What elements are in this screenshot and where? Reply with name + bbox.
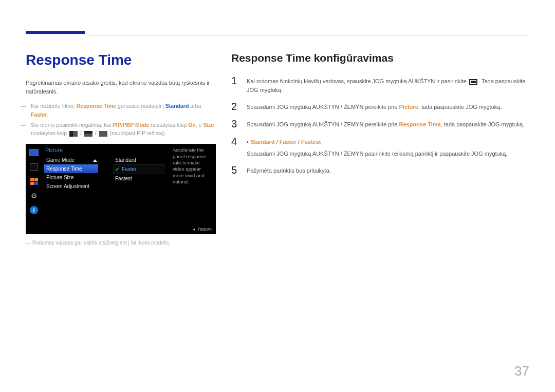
config-title: Response Time konfigūravimas: [231, 52, 529, 64]
step-2: 2 Spausdami JOG mygtuką AUKŠTYN / ŽEMYN …: [231, 101, 529, 111]
note2-o: , o: [196, 122, 203, 128]
info-icon: i: [29, 206, 39, 215]
note1-end: .: [47, 111, 49, 118]
osd-item-game-mode: Game Mode: [44, 156, 98, 164]
pip-icon: [29, 177, 39, 186]
header-accent-bar: [26, 31, 85, 34]
osd-menu-title: Picture: [44, 147, 98, 153]
step-1-text: Kai rodomas funkcinių klavišų vadovas, s…: [247, 76, 529, 94]
step-3-number: 3: [231, 119, 239, 129]
note1-arba: arba: [189, 103, 201, 109]
opt-slash2: /: [297, 139, 301, 145]
osd-option-faster: ✔Faster: [113, 164, 164, 174]
step-4-text: • Standard / Faster / Fastest Spausdami …: [247, 136, 507, 158]
osd-option-faster-label: Faster: [122, 166, 136, 172]
note-2: ―Šio meniu pasirinkti negalima, kai PIP/…: [26, 121, 216, 138]
footnote: ― Rodomas vaizdas gali skirtis atsižvelg…: [26, 239, 216, 247]
note-1: ―Kai nežiūrite filmo, Response Time geri…: [26, 102, 216, 119]
step-5-text: Pažymėta parinktis bus pritaikyta.: [247, 165, 331, 175]
osd-return: ◂ Return: [193, 227, 212, 232]
menu-icon: [469, 79, 477, 85]
footnote-text: Rodomas vaizdas gali skirtis atsižvelgia…: [32, 240, 170, 246]
step3-response-time: Response Time: [399, 121, 441, 127]
osd-item-screen-adjustment: Screen Adjustment: [44, 182, 98, 191]
pip-layout-icon-2: [84, 131, 92, 137]
note1-pre: Kai nežiūrite filmo,: [31, 103, 77, 109]
osd-option-standard: Standard: [113, 156, 164, 164]
check-icon: ✔: [115, 166, 119, 172]
page-number: 37: [514, 363, 529, 379]
note2-pip: PIP/PBP Mode: [113, 122, 150, 128]
pip-layout-icon-3: [99, 131, 107, 137]
step-list: 1 Kai rodomas funkcinių klavišų vadovas,…: [231, 76, 529, 175]
opt-faster: Faster: [280, 139, 297, 145]
step2-pre: Spausdami JOG mygtuką AUKŠTYN / ŽEMYN pe…: [247, 104, 399, 110]
osd-sidebar: ⚙ i: [26, 144, 42, 234]
step-3: 3 Spausdami JOG mygtuką AUKŠTYN / ŽEMYN …: [231, 119, 529, 129]
page-title: Response Time: [26, 52, 216, 68]
opt-fastest: Fastest: [301, 139, 321, 145]
note1-mid: geriausia nustatyti į: [116, 103, 165, 109]
opt-standard: Standard: [250, 139, 275, 145]
note2-line2-pre: nustatytas kaip: [31, 130, 68, 136]
step-1-number: 1: [231, 76, 239, 86]
right-column: Response Time konfigūravimas 1 Kai rodom…: [231, 52, 529, 247]
osd-option-fastest: Fastest: [113, 174, 164, 183]
note2-pre: Šio meniu pasirinkti negalima, kai: [31, 122, 113, 128]
step-5-number: 5: [231, 165, 239, 175]
osd-menu-column: Picture Game Mode Response Time Picture …: [44, 147, 98, 191]
header-divider: [87, 35, 529, 35]
description: Pagreitinamas ekrano atsako greitis, kad…: [26, 79, 216, 96]
step-2-text: Spausdami JOG mygtuką AUKŠTYN / ŽEMYN pe…: [247, 101, 502, 111]
osd-info-text: Accelerate the panel response rate to ma…: [173, 147, 213, 185]
step-4-number: 4: [231, 136, 239, 146]
note2-on: On: [188, 122, 196, 128]
step4-text: Spausdami JOG mygtuką AUKŠTYN / ŽEMYN pa…: [247, 151, 507, 157]
content: Response Time Pagreitinamas ekrano atsak…: [26, 52, 529, 247]
step2-picture: Picture: [399, 104, 418, 110]
step3-end: , tada paspauskite JOG mygtuką.: [441, 121, 525, 127]
note1-response-time: Response Time: [77, 103, 116, 109]
osd-return-label: Return: [198, 227, 212, 232]
note2-mid: nustatytas kaip: [149, 122, 188, 128]
picture-icon: [29, 162, 39, 172]
step2-end: , tada paspauskite JOG mygtuką.: [418, 104, 502, 110]
step-1: 1 Kai rodomas funkcinių klavišų vadovas,…: [231, 76, 529, 94]
osd-item-picture-size: Picture Size: [44, 173, 98, 182]
note1-faster: Faster: [31, 111, 47, 118]
pip-layout-icon-1: [69, 131, 78, 137]
opt-slash1: /: [275, 139, 280, 145]
step-3-text: Spausdami JOG mygtuką AUKŠTYN / ŽEMYN pe…: [247, 119, 524, 129]
note1-standard: Standard: [165, 103, 189, 109]
step-2-number: 2: [231, 101, 239, 111]
step3-pre: Spausdami JOG mygtuką AUKŠTYN / ŽEMYN pe…: [247, 121, 399, 127]
scroll-up-icon: [93, 159, 97, 162]
osd-item-response-time: Response Time: [44, 164, 98, 173]
gear-icon: ⚙: [29, 191, 39, 200]
step-4-options: • Standard / Faster / Fastest: [247, 138, 507, 146]
monitor-icon: [29, 148, 39, 157]
osd-screenshot: ⚙ i Picture Game Mode Response Time Pict…: [26, 144, 216, 234]
osd-options-column: Standard ✔Faster Fastest: [113, 156, 164, 183]
note2-size: Size: [203, 122, 214, 128]
note2-line2-end: (naudojant PIP režimą).: [109, 130, 166, 136]
step-5: 5 Pažymėta parinktis bus pritaikyta.: [231, 165, 529, 175]
left-column: Response Time Pagreitinamas ekrano atsak…: [26, 52, 216, 247]
step1-pre: Kai rodomas funkcinių klavišų vadovas, s…: [247, 78, 468, 84]
step-4: 4 • Standard / Faster / Fastest Spausdam…: [231, 136, 529, 158]
